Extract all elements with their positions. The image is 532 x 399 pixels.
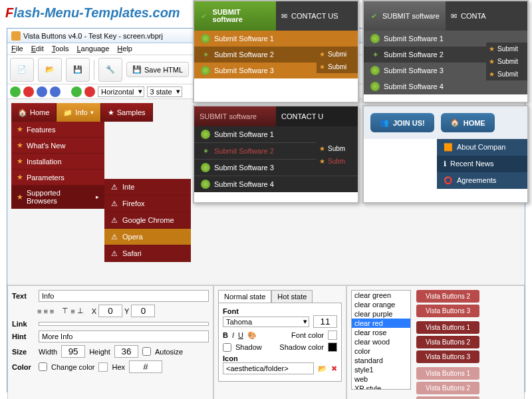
dropdown-item[interactable]: ★Installation [11, 154, 104, 170]
submenu-item-selected[interactable]: ⚠Opera [104, 229, 191, 245]
head-contact[interactable]: ✉CONTA [446, 1, 527, 31]
list-item[interactable]: clear purple [352, 309, 410, 319]
sub-item[interactable]: ★Submi [317, 48, 358, 61]
new-button[interactable]: 📄 [10, 58, 34, 82]
list-item[interactable]: Submit Software 4 [364, 78, 527, 94]
hint-input[interactable]: More Info [39, 331, 209, 342]
valign-bot-icon[interactable]: ⊥ [77, 307, 84, 315]
x-input[interactable] [98, 305, 122, 317]
list-item[interactable]: XP style [352, 384, 410, 390]
list-item[interactable]: Submit Software 4 [194, 176, 358, 192]
submenu-item[interactable]: ⚠Inte [104, 179, 191, 196]
shadow-checkbox[interactable] [223, 343, 231, 352]
width-input[interactable] [61, 345, 85, 358]
left-icon[interactable] [37, 86, 47, 97]
list-item[interactable]: clear rose [352, 328, 410, 337]
charmap-icon[interactable]: 🎨 [247, 331, 257, 340]
list-item[interactable]: clear green [352, 291, 410, 300]
list-item-selected[interactable]: clear red [352, 319, 410, 328]
sub-item[interactable]: ★Submit [486, 68, 527, 80]
list-item[interactable]: 🟧About Compan [437, 139, 527, 156]
save-button[interactable]: 💾 [66, 58, 90, 82]
clear-icon[interactable]: ✖ [331, 364, 337, 373]
y-input[interactable] [131, 305, 155, 317]
right-icon[interactable] [50, 86, 61, 97]
color-swatch[interactable] [98, 362, 108, 372]
save-html-button[interactable]: 💾 Save HTML [126, 62, 189, 77]
align-center-icon[interactable]: ≡ [43, 307, 47, 315]
tab-normal-state[interactable]: Normal state [218, 290, 271, 303]
preview-button[interactable]: Vista Buttons 3 [416, 396, 479, 399]
submenu-item[interactable]: ⚠Google Chrome [104, 212, 191, 229]
bold-button[interactable]: B [223, 331, 228, 339]
style-listbox[interactable]: clear green clear orange clear purple cl… [351, 290, 411, 390]
list-item[interactable]: web [352, 374, 410, 384]
italic-button[interactable]: I [232, 331, 234, 339]
autosize-checkbox[interactable] [142, 347, 151, 356]
list-item[interactable]: standard [352, 356, 410, 365]
preview-button[interactable]: Vista Buttons 3 [416, 305, 479, 317]
list-item-selected[interactable]: ℹRecent News [437, 156, 527, 172]
changecolor-checkbox[interactable] [39, 362, 47, 371]
list-item[interactable]: ⭕Agreements [437, 172, 527, 189]
align-right-icon[interactable]: ≡ [50, 307, 54, 315]
list-item[interactable]: clear orange [352, 300, 410, 309]
align-left-icon[interactable]: ≡ [37, 307, 41, 315]
preview-button[interactable]: Vista Buttons 2 [416, 336, 479, 348]
sub-item[interactable]: ★Submi [317, 61, 358, 73]
dropdown-item[interactable]: ★Features [11, 122, 104, 138]
menu-tools[interactable]: Tools [52, 45, 69, 53]
preview-button[interactable]: Vista Buttons 2 [416, 290, 479, 303]
tab-hot-state[interactable]: Hot state [271, 290, 313, 303]
menu-edit[interactable]: Edit [31, 45, 44, 53]
icon-input[interactable]: <aesthetica/folder> [223, 362, 314, 374]
preview-button[interactable]: Vista Buttons 2 [416, 382, 479, 394]
list-item[interactable]: Submit Software 1 [194, 126, 358, 143]
add2-icon[interactable] [71, 86, 82, 97]
underline-button[interactable]: U [238, 331, 243, 339]
list-item[interactable]: clear wood [352, 337, 410, 346]
head-submit[interactable]: ✔SUBMIT software [194, 1, 276, 31]
menu-language[interactable]: Language [76, 45, 109, 53]
fontcolor-swatch[interactable] [328, 331, 337, 340]
add-icon[interactable] [10, 86, 21, 97]
head-submit[interactable]: ✔SUBMIT software [364, 1, 446, 31]
height-input[interactable] [114, 345, 138, 358]
text-input[interactable]: Info [39, 290, 209, 302]
head-contact[interactable]: CONTACT U [276, 106, 358, 126]
list-item[interactable]: Submit Software 1 [194, 31, 358, 47]
list-item[interactable]: color [352, 346, 410, 356]
tab-info[interactable]: 📁Info▾ [57, 103, 100, 122]
submenu-item[interactable]: ⚠Safari [104, 245, 191, 262]
head-submit[interactable]: SUBMIT software [194, 106, 276, 126]
states-select[interactable]: 3 state [147, 86, 182, 97]
list-item[interactable]: style1 [352, 365, 410, 374]
head-contact[interactable]: ✉CONTACT US [276, 1, 358, 31]
preview-button[interactable]: Vista Buttons 1 [416, 367, 479, 380]
open-button[interactable]: 📂 [38, 58, 62, 82]
export-button[interactable]: 🔧 [98, 58, 122, 82]
remove-icon[interactable] [23, 86, 34, 97]
font-select[interactable]: Tahoma [223, 317, 309, 327]
preview-button[interactable]: Vista Buttons 1 [416, 321, 479, 334]
sub-item[interactable]: ★Submit [486, 43, 527, 55]
dropdown-item[interactable]: ★What's New [11, 138, 104, 154]
tab-samples[interactable]: ★Samples [101, 103, 153, 122]
menu-file[interactable]: File [11, 45, 23, 53]
menu-help[interactable]: Help [117, 45, 132, 53]
fontsize-input[interactable] [313, 315, 337, 328]
dropdown-item[interactable]: ★Parameters [11, 170, 104, 186]
valign-mid-icon[interactable]: ≡ [70, 307, 74, 315]
join-button[interactable]: 👥JOIN US! [370, 113, 434, 132]
submenu-item[interactable]: ⚠Firefox [104, 196, 191, 212]
home-button[interactable]: 🏠HOME [441, 113, 495, 132]
hex-input[interactable] [129, 360, 162, 373]
sub-item[interactable]: ★Submit [486, 55, 527, 68]
dropdown-item-selected[interactable]: ★Supported Browsers▸ [11, 186, 104, 209]
tab-home[interactable]: 🏠Home [11, 103, 57, 122]
remove2-icon[interactable] [84, 86, 95, 97]
orientation-select[interactable]: Horizontal [98, 86, 144, 97]
preview-button[interactable]: Vista Buttons 3 [416, 350, 479, 363]
sub-item[interactable]: ★Subm [317, 155, 358, 168]
valign-top-icon[interactable]: ⊤ [62, 307, 68, 315]
